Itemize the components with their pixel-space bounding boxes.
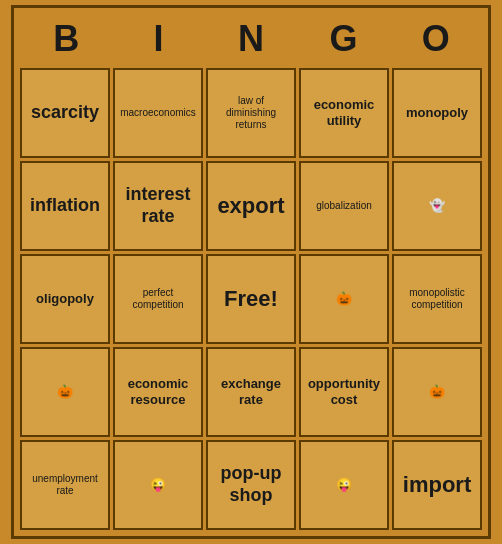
cell-text-1-2: export	[217, 193, 284, 219]
bingo-cell-0-4: monopoly	[392, 68, 482, 158]
cell-text-0-4: monopoly	[406, 105, 468, 121]
cell-text-1-1: interest rate	[119, 184, 197, 227]
cell-text-4-0: unemployment rate	[26, 473, 104, 497]
cell-text-3-0: 🎃	[57, 384, 73, 400]
cell-text-0-1: macroeconomics	[120, 107, 196, 119]
cell-text-0-2: law of diminishing returns	[212, 95, 290, 131]
bingo-cell-2-4: monopolistic competition	[392, 254, 482, 344]
bingo-cell-3-4: 🎃	[392, 347, 482, 437]
cell-text-4-4: import	[403, 472, 471, 498]
bingo-cell-3-1: economic resource	[113, 347, 203, 437]
cell-text-0-3: economic utility	[305, 97, 383, 128]
cell-text-3-3: opportunity cost	[305, 376, 383, 407]
bingo-card: BINGO scarcitymacroeconomicslaw of dimin…	[11, 5, 491, 539]
bingo-cell-2-2: Free!	[206, 254, 296, 344]
cell-text-2-2: Free!	[224, 286, 278, 312]
bingo-cell-1-1: interest rate	[113, 161, 203, 251]
header-letter-O: O	[390, 14, 482, 64]
bingo-cell-2-0: oligopoly	[20, 254, 110, 344]
cell-text-3-4: 🎃	[429, 384, 445, 400]
cell-text-0-0: scarcity	[31, 102, 99, 124]
bingo-cell-0-3: economic utility	[299, 68, 389, 158]
cell-text-2-1: perfect competition	[119, 287, 197, 311]
cell-text-1-3: globalization	[316, 200, 372, 212]
cell-text-3-1: economic resource	[119, 376, 197, 407]
cell-text-1-0: inflation	[30, 195, 100, 217]
bingo-cell-3-0: 🎃	[20, 347, 110, 437]
bingo-cell-3-3: opportunity cost	[299, 347, 389, 437]
bingo-cell-0-0: scarcity	[20, 68, 110, 158]
bingo-cell-1-0: inflation	[20, 161, 110, 251]
bingo-cell-0-2: law of diminishing returns	[206, 68, 296, 158]
cell-text-3-2: exchange rate	[212, 376, 290, 407]
header-letter-I: I	[112, 14, 204, 64]
bingo-cell-1-4: 👻	[392, 161, 482, 251]
bingo-cell-2-3: 🎃	[299, 254, 389, 344]
cell-text-2-0: oligopoly	[36, 291, 94, 307]
header-letter-N: N	[205, 14, 297, 64]
cell-text-4-3: 😜	[336, 477, 352, 493]
bingo-cell-1-3: globalization	[299, 161, 389, 251]
cell-text-2-4: monopolistic competition	[398, 287, 476, 311]
bingo-cell-4-0: unemployment rate	[20, 440, 110, 530]
bingo-cell-4-2: pop-up shop	[206, 440, 296, 530]
header-letter-B: B	[20, 14, 112, 64]
cell-text-2-3: 🎃	[336, 291, 352, 307]
bingo-cell-3-2: exchange rate	[206, 347, 296, 437]
bingo-cell-2-1: perfect competition	[113, 254, 203, 344]
header-letter-G: G	[297, 14, 389, 64]
bingo-cell-4-3: 😜	[299, 440, 389, 530]
bingo-cell-0-1: macroeconomics	[113, 68, 203, 158]
bingo-header: BINGO	[20, 14, 482, 64]
bingo-cell-1-2: export	[206, 161, 296, 251]
cell-text-4-1: 😜	[150, 477, 166, 493]
cell-text-4-2: pop-up shop	[212, 463, 290, 506]
bingo-cell-4-1: 😜	[113, 440, 203, 530]
bingo-cell-4-4: import	[392, 440, 482, 530]
bingo-grid: scarcitymacroeconomicslaw of diminishing…	[20, 68, 482, 530]
cell-text-1-4: 👻	[429, 198, 445, 214]
